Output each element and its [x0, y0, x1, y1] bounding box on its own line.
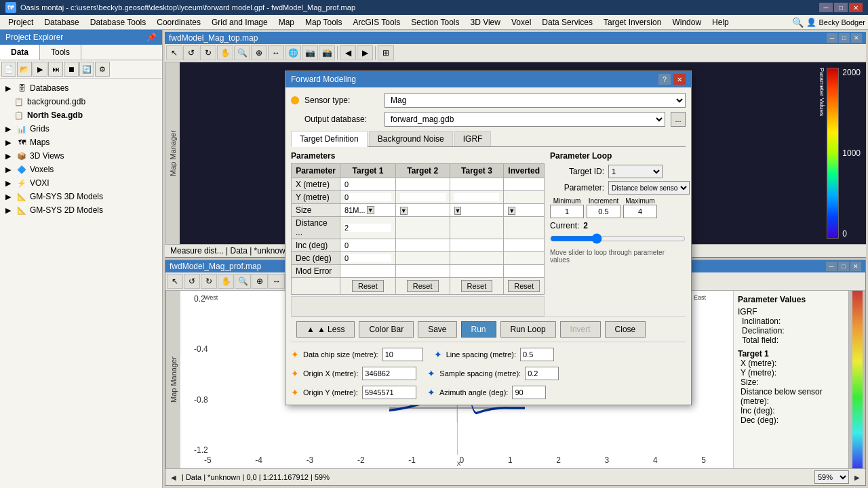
bottom-map-max-btn[interactable]: □	[838, 262, 849, 271]
menu-data-services[interactable]: Data Services	[536, 16, 598, 28]
param-size-t3[interactable]: ▼	[450, 204, 504, 217]
zoom-in-tool[interactable]: 🔍	[234, 45, 250, 60]
zoom-out-tool[interactable]: ↔	[268, 45, 284, 60]
menu-3d-view[interactable]: 3D View	[465, 16, 505, 28]
panel-pin-icon[interactable]: 📌	[146, 33, 157, 42]
y-t1-input[interactable]	[344, 193, 391, 201]
bottom-map-manager-label[interactable]: Map Manager	[165, 291, 180, 468]
stop-button[interactable]: ⏹	[64, 62, 79, 77]
reset-t3-btn[interactable]: Reset	[461, 280, 493, 292]
less-button[interactable]: ▲ ▲ Less	[296, 321, 355, 338]
tree-item-northsea-gdb[interactable]: 📋 North Sea.gdb	[14, 108, 159, 122]
pan-tool[interactable]: ✋	[217, 45, 233, 60]
param-x-t2[interactable]	[395, 178, 450, 191]
play-all-button[interactable]: ⏭	[48, 62, 63, 77]
top-map-close-btn[interactable]: ✕	[851, 33, 862, 43]
x-t1-input[interactable]	[344, 180, 391, 188]
size-inv-dropdown-btn[interactable]: ▼	[508, 207, 515, 215]
param-y-t1[interactable]	[340, 191, 396, 204]
minimum-input[interactable]: 1	[550, 205, 584, 218]
inc-t1-input[interactable]	[344, 241, 391, 249]
save-button[interactable]: Save	[418, 321, 456, 338]
param-inc-t1[interactable]	[340, 239, 396, 252]
globe-tool[interactable]: 🌐	[285, 45, 301, 60]
username-label[interactable]: Becky Bodger	[819, 18, 865, 26]
top-map-max-btn[interactable]: □	[839, 33, 850, 43]
grid-tool[interactable]: ⊞	[378, 45, 394, 60]
size-t2-dropdown-btn[interactable]: ▼	[400, 207, 408, 215]
invert-button[interactable]: Invert	[560, 321, 601, 338]
reset-t1-btn[interactable]: Reset	[352, 280, 384, 292]
b-zoom-box-tool[interactable]: ⊕	[252, 274, 268, 289]
reset-t2-btn[interactable]: Reset	[407, 280, 439, 292]
b-zoom-out-tool[interactable]: ↔	[269, 274, 285, 289]
tab-background-noise[interactable]: Background Noise	[369, 131, 453, 146]
tab-igrf[interactable]: IGRF	[454, 131, 492, 146]
run-loop-button[interactable]: Run Loop	[500, 321, 556, 338]
b-cursor-tool[interactable]: ↖	[167, 274, 183, 289]
param-y-t2[interactable]	[395, 191, 450, 204]
cursor-tool[interactable]: ↖	[166, 45, 182, 60]
b-zoom-in-tool[interactable]: 🔍	[235, 274, 251, 289]
tree-item-gmsys3d[interactable]: ▶ 📐 GM-SYS 3D Models	[3, 190, 159, 203]
prev-tool[interactable]: ◀	[340, 45, 356, 60]
nav-right-arrow[interactable]: ▶	[854, 474, 860, 481]
dist-t1-input[interactable]	[344, 224, 391, 232]
b-pan-tool[interactable]: ✋	[218, 274, 234, 289]
tree-item-voxels[interactable]: ▶ 🔷 Voxels	[3, 163, 159, 176]
menu-target-inversion[interactable]: Target Inversion	[598, 16, 667, 28]
size-dropdown-btn[interactable]: ▼	[367, 206, 374, 214]
menu-section-tools[interactable]: Section Tools	[406, 16, 465, 28]
param-size-t1[interactable]: 81M... ▼	[340, 204, 396, 217]
y-t2-input[interactable]	[400, 193, 446, 201]
color-bar-button[interactable]: Color Bar	[359, 321, 414, 338]
zoom-box-tool[interactable]: ⊕	[251, 45, 267, 60]
menu-database[interactable]: Database	[39, 16, 84, 28]
y-t3-input[interactable]	[454, 193, 500, 201]
reset-inv-btn[interactable]: Reset	[508, 280, 540, 292]
tree-item-background-gdb[interactable]: 📋 background.gdb	[14, 95, 159, 108]
snapshot-tool[interactable]: 📷	[302, 45, 318, 60]
tab-tools[interactable]: Tools	[40, 45, 81, 60]
param-x-t3[interactable]	[450, 178, 504, 191]
open-button[interactable]: 📂	[17, 62, 32, 77]
output-db-select[interactable]: forward_mag.gdb	[384, 112, 665, 127]
top-map-min-btn[interactable]: ─	[827, 33, 837, 43]
param-size-t2[interactable]: ▼	[395, 204, 450, 217]
param-loop-slider[interactable]	[550, 233, 686, 244]
redo-tool[interactable]: ↻	[200, 45, 216, 60]
new-button[interactable]: 📄	[1, 62, 16, 77]
menu-coordinates[interactable]: Coordinates	[151, 16, 206, 28]
menu-map[interactable]: Map	[273, 16, 300, 28]
origin-y-input[interactable]: 5945571	[362, 386, 416, 399]
minimize-button[interactable]: ─	[819, 3, 833, 12]
play-button[interactable]: ▶	[33, 62, 47, 77]
dialog-close-btn[interactable]: ✕	[673, 74, 686, 85]
tab-target-definition[interactable]: Target Definition	[291, 131, 368, 147]
close-button[interactable]: ✕	[849, 3, 863, 12]
sample-spacing-input[interactable]: 0.2	[525, 367, 559, 380]
increment-input[interactable]: 0.5	[587, 205, 620, 218]
menu-project[interactable]: Project	[3, 16, 39, 28]
b-undo-tool[interactable]: ↺	[184, 274, 200, 289]
run-button[interactable]: Run	[461, 321, 496, 338]
tab-data[interactable]: Data	[0, 45, 40, 60]
line-spacing-input[interactable]: 0.5	[520, 348, 554, 361]
menu-window[interactable]: Window	[667, 16, 707, 28]
data-chip-input[interactable]: 10	[382, 348, 423, 361]
tree-item-gmsys2d[interactable]: ▶ 📐 GM-SYS 2D Models	[3, 203, 159, 217]
nav-left-arrow[interactable]: ◀	[171, 474, 176, 481]
param-x-t1[interactable]	[340, 178, 396, 191]
param-y-t3[interactable]	[450, 191, 504, 204]
menu-grid-image[interactable]: Grid and Image	[206, 16, 273, 28]
refresh-button[interactable]: 🔄	[79, 62, 94, 77]
maximize-button[interactable]: □	[834, 3, 848, 12]
param-dist-t1[interactable]	[340, 217, 396, 239]
undo-tool[interactable]: ↺	[183, 45, 199, 60]
tree-item-voxi[interactable]: ▶ ⚡ VOXI	[3, 176, 159, 190]
user-icon[interactable]: 👤	[806, 18, 816, 27]
dialog-help-btn[interactable]: ?	[658, 74, 671, 85]
tree-item-maps[interactable]: ▶ 🗺 Maps	[3, 136, 159, 149]
menu-help[interactable]: Help	[707, 16, 734, 28]
bottom-map-close-btn[interactable]: ✕	[850, 262, 861, 271]
